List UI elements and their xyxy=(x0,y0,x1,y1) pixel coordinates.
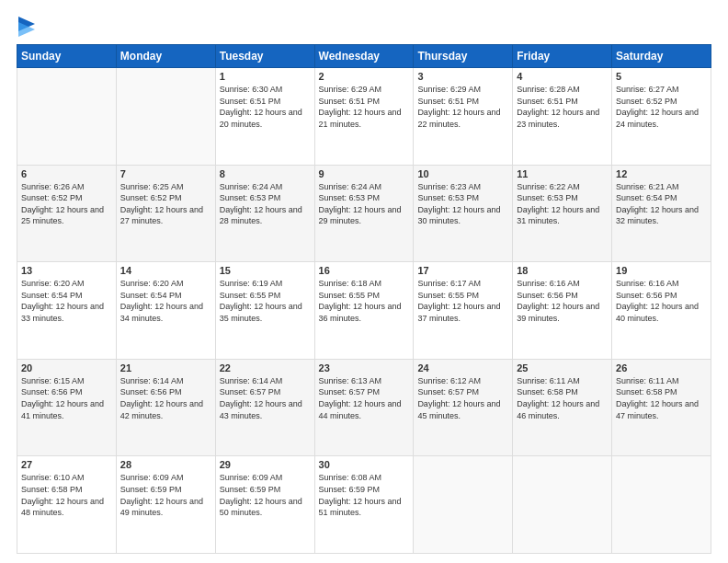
calendar-cell: 8Sunrise: 6:24 AM Sunset: 6:53 PM Daylig… xyxy=(215,165,314,262)
calendar-cell: 20Sunrise: 6:15 AM Sunset: 6:56 PM Dayli… xyxy=(17,359,117,456)
calendar-cell: 22Sunrise: 6:14 AM Sunset: 6:57 PM Dayli… xyxy=(215,359,314,456)
day-detail: Sunrise: 6:14 AM Sunset: 6:56 PM Dayligh… xyxy=(120,375,211,421)
day-detail: Sunrise: 6:24 AM Sunset: 6:53 PM Dayligh… xyxy=(319,181,410,227)
page: SundayMondayTuesdayWednesdayThursdayFrid… xyxy=(0,0,728,563)
calendar-cell: 13Sunrise: 6:20 AM Sunset: 6:54 PM Dayli… xyxy=(17,262,117,360)
calendar-cell: 9Sunrise: 6:24 AM Sunset: 6:53 PM Daylig… xyxy=(314,165,414,262)
day-detail: Sunrise: 6:18 AM Sunset: 6:55 PM Dayligh… xyxy=(319,278,410,324)
day-number: 20 xyxy=(21,362,112,373)
day-number: 2 xyxy=(319,71,410,82)
calendar-cell: 3Sunrise: 6:29 AM Sunset: 6:51 PM Daylig… xyxy=(414,68,513,166)
day-detail: Sunrise: 6:25 AM Sunset: 6:52 PM Dayligh… xyxy=(120,181,211,227)
day-detail: Sunrise: 6:19 AM Sunset: 6:55 PM Dayligh… xyxy=(220,278,311,324)
day-of-week-header: Friday xyxy=(513,45,612,68)
day-number: 12 xyxy=(616,168,707,179)
header xyxy=(17,17,711,37)
day-detail: Sunrise: 6:20 AM Sunset: 6:54 PM Dayligh… xyxy=(21,278,112,324)
day-detail: Sunrise: 6:09 AM Sunset: 6:59 PM Dayligh… xyxy=(220,472,311,518)
day-number: 30 xyxy=(319,459,410,470)
day-number: 15 xyxy=(220,265,311,276)
day-of-week-header: Tuesday xyxy=(215,45,314,68)
day-number: 6 xyxy=(21,168,112,179)
calendar-cell: 4Sunrise: 6:28 AM Sunset: 6:51 PM Daylig… xyxy=(513,68,612,166)
calendar-cell xyxy=(513,456,612,554)
day-detail: Sunrise: 6:22 AM Sunset: 6:53 PM Dayligh… xyxy=(517,181,608,227)
day-number: 10 xyxy=(417,168,508,179)
day-number: 28 xyxy=(120,459,211,470)
day-number: 1 xyxy=(220,71,311,82)
calendar-week-row: 13Sunrise: 6:20 AM Sunset: 6:54 PM Dayli… xyxy=(17,262,711,360)
day-of-week-header: Thursday xyxy=(414,45,513,68)
day-detail: Sunrise: 6:08 AM Sunset: 6:59 PM Dayligh… xyxy=(319,472,410,518)
day-number: 22 xyxy=(220,362,311,373)
day-of-week-header: Saturday xyxy=(612,45,711,68)
day-detail: Sunrise: 6:20 AM Sunset: 6:54 PM Dayligh… xyxy=(120,278,211,324)
calendar-cell: 18Sunrise: 6:16 AM Sunset: 6:56 PM Dayli… xyxy=(513,262,612,360)
day-detail: Sunrise: 6:16 AM Sunset: 6:56 PM Dayligh… xyxy=(616,278,707,324)
day-detail: Sunrise: 6:11 AM Sunset: 6:58 PM Dayligh… xyxy=(517,375,608,421)
calendar-cell: 29Sunrise: 6:09 AM Sunset: 6:59 PM Dayli… xyxy=(215,456,314,554)
day-of-week-header: Wednesday xyxy=(314,45,414,68)
day-detail: Sunrise: 6:27 AM Sunset: 6:52 PM Dayligh… xyxy=(616,84,707,130)
calendar-cell xyxy=(17,68,117,166)
calendar-cell: 25Sunrise: 6:11 AM Sunset: 6:58 PM Dayli… xyxy=(513,359,612,456)
day-number: 17 xyxy=(417,265,508,276)
day-detail: Sunrise: 6:14 AM Sunset: 6:57 PM Dayligh… xyxy=(220,375,311,421)
logo xyxy=(17,17,35,37)
calendar-cell: 16Sunrise: 6:18 AM Sunset: 6:55 PM Dayli… xyxy=(314,262,414,360)
calendar-cell: 6Sunrise: 6:26 AM Sunset: 6:52 PM Daylig… xyxy=(17,165,117,262)
day-number: 21 xyxy=(120,362,211,373)
calendar-week-row: 6Sunrise: 6:26 AM Sunset: 6:52 PM Daylig… xyxy=(17,165,711,262)
day-detail: Sunrise: 6:28 AM Sunset: 6:51 PM Dayligh… xyxy=(517,84,608,130)
calendar-cell: 15Sunrise: 6:19 AM Sunset: 6:55 PM Dayli… xyxy=(215,262,314,360)
calendar-cell: 23Sunrise: 6:13 AM Sunset: 6:57 PM Dayli… xyxy=(314,359,414,456)
day-of-week-header: Sunday xyxy=(17,45,117,68)
calendar-cell: 5Sunrise: 6:27 AM Sunset: 6:52 PM Daylig… xyxy=(612,68,711,166)
day-detail: Sunrise: 6:10 AM Sunset: 6:58 PM Dayligh… xyxy=(21,472,112,518)
day-number: 16 xyxy=(319,265,410,276)
calendar-cell: 7Sunrise: 6:25 AM Sunset: 6:52 PM Daylig… xyxy=(116,165,215,262)
day-detail: Sunrise: 6:17 AM Sunset: 6:55 PM Dayligh… xyxy=(417,278,508,324)
calendar-cell: 30Sunrise: 6:08 AM Sunset: 6:59 PM Dayli… xyxy=(314,456,414,554)
day-detail: Sunrise: 6:09 AM Sunset: 6:59 PM Dayligh… xyxy=(120,472,211,518)
calendar-cell xyxy=(116,68,215,166)
day-detail: Sunrise: 6:15 AM Sunset: 6:56 PM Dayligh… xyxy=(21,375,112,421)
day-number: 14 xyxy=(120,265,211,276)
day-detail: Sunrise: 6:24 AM Sunset: 6:53 PM Dayligh… xyxy=(220,181,311,227)
day-number: 13 xyxy=(21,265,112,276)
calendar-week-row: 27Sunrise: 6:10 AM Sunset: 6:58 PM Dayli… xyxy=(17,456,711,554)
calendar-cell: 11Sunrise: 6:22 AM Sunset: 6:53 PM Dayli… xyxy=(513,165,612,262)
calendar-cell: 12Sunrise: 6:21 AM Sunset: 6:54 PM Dayli… xyxy=(612,165,711,262)
day-number: 11 xyxy=(517,168,608,179)
calendar-cell: 26Sunrise: 6:11 AM Sunset: 6:58 PM Dayli… xyxy=(612,359,711,456)
calendar-cell xyxy=(414,456,513,554)
day-number: 18 xyxy=(517,265,608,276)
day-detail: Sunrise: 6:30 AM Sunset: 6:51 PM Dayligh… xyxy=(220,84,311,130)
calendar-cell: 21Sunrise: 6:14 AM Sunset: 6:56 PM Dayli… xyxy=(116,359,215,456)
day-detail: Sunrise: 6:29 AM Sunset: 6:51 PM Dayligh… xyxy=(417,84,508,130)
day-number: 24 xyxy=(417,362,508,373)
day-of-week-header: Monday xyxy=(116,45,215,68)
calendar-header-row: SundayMondayTuesdayWednesdayThursdayFrid… xyxy=(17,45,711,68)
calendar-cell xyxy=(612,456,711,554)
day-number: 5 xyxy=(616,71,707,82)
day-detail: Sunrise: 6:16 AM Sunset: 6:56 PM Dayligh… xyxy=(517,278,608,324)
day-number: 7 xyxy=(120,168,211,179)
day-number: 23 xyxy=(319,362,410,373)
day-number: 4 xyxy=(517,71,608,82)
calendar-cell: 24Sunrise: 6:12 AM Sunset: 6:57 PM Dayli… xyxy=(414,359,513,456)
calendar-cell: 2Sunrise: 6:29 AM Sunset: 6:51 PM Daylig… xyxy=(314,68,414,166)
calendar-cell: 14Sunrise: 6:20 AM Sunset: 6:54 PM Dayli… xyxy=(116,262,215,360)
calendar-week-row: 20Sunrise: 6:15 AM Sunset: 6:56 PM Dayli… xyxy=(17,359,711,456)
day-number: 25 xyxy=(517,362,608,373)
logo-icon xyxy=(18,17,35,37)
day-number: 3 xyxy=(417,71,508,82)
day-number: 8 xyxy=(220,168,311,179)
day-detail: Sunrise: 6:26 AM Sunset: 6:52 PM Dayligh… xyxy=(21,181,112,227)
calendar-cell: 28Sunrise: 6:09 AM Sunset: 6:59 PM Dayli… xyxy=(116,456,215,554)
day-detail: Sunrise: 6:29 AM Sunset: 6:51 PM Dayligh… xyxy=(319,84,410,130)
day-number: 29 xyxy=(220,459,311,470)
calendar-cell: 27Sunrise: 6:10 AM Sunset: 6:58 PM Dayli… xyxy=(17,456,117,554)
calendar-cell: 1Sunrise: 6:30 AM Sunset: 6:51 PM Daylig… xyxy=(215,68,314,166)
day-detail: Sunrise: 6:13 AM Sunset: 6:57 PM Dayligh… xyxy=(319,375,410,421)
